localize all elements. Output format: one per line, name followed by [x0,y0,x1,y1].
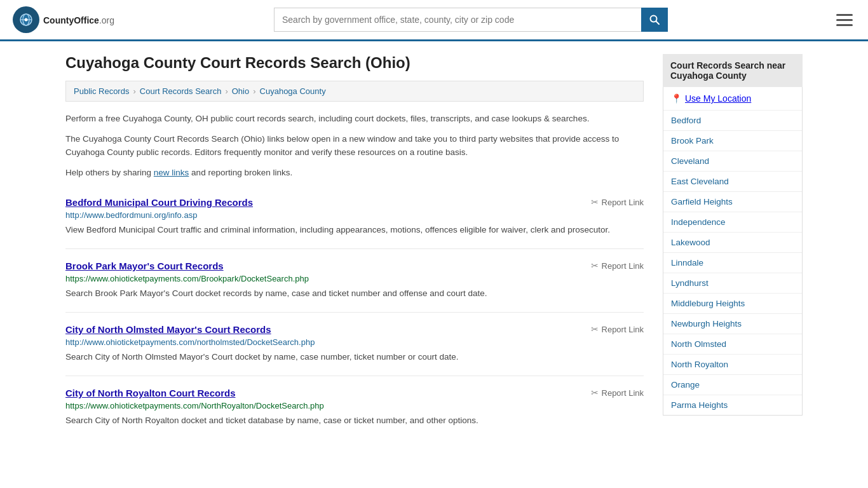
sidebar-header: Court Records Search near Cuyahoga Count… [663,54,803,87]
use-my-location[interactable]: 📍 Use My Location [663,87,802,111]
report-icon: ✂ [591,388,599,398]
sidebar-city-link[interactable]: East Cleveland [671,177,729,186]
report-link[interactable]: ✂ Report Link [591,324,644,334]
result-header: City of North Royalton Court Records ✂ R… [65,388,644,398]
breadcrumb-ohio[interactable]: Ohio [232,86,249,96]
result-url[interactable]: https://www.ohioticketpayments.com/North… [65,401,644,410]
sidebar-city-link[interactable]: Cleveland [671,156,709,166]
sidebar-city-link[interactable]: Orange [671,380,700,390]
report-link-label: Report Link [602,198,644,207]
result-description: Search City of North Royalton docket and… [65,414,644,428]
report-link-label: Report Link [602,388,644,398]
report-icon: ✂ [591,197,599,207]
report-link-label: Report Link [602,261,644,271]
description-1: Perform a free Cuyahoga County, OH publi… [65,112,644,126]
sidebar-link-item: Independence [663,212,802,233]
sidebar: Court Records Search near Cuyahoga Count… [663,54,803,439]
description-2: The Cuyahoga County Court Records Search… [65,132,644,159]
sidebar-city-link[interactable]: Lyndhurst [671,278,709,288]
sidebar-city-link[interactable]: Brook Park [671,136,714,146]
use-location-link[interactable]: Use My Location [685,93,751,104]
sidebar-city-link[interactable]: North Olmsted [671,339,726,349]
new-links-link[interactable]: new links [154,168,189,177]
sidebar-link-item: Middleburg Heights [663,294,802,314]
search-icon [649,15,660,25]
search-area [274,8,668,32]
results-list: Bedford Municipal Court Driving Records … [65,186,644,439]
sidebar-city-link[interactable]: Lakewood [671,238,710,247]
menu-line [836,24,853,26]
result-description: Search Brook Park Mayor's Court docket r… [65,287,644,301]
result-title[interactable]: City of North Olmsted Mayor's Court Reco… [65,324,271,335]
result-header: Brook Park Mayor's Court Records ✂ Repor… [65,261,644,271]
sidebar-link-item: Linndale [663,253,802,273]
svg-point-4 [25,18,28,22]
result-header: City of North Olmsted Mayor's Court Reco… [65,324,644,335]
result-item: City of North Olmsted Mayor's Court Reco… [65,313,644,376]
report-link[interactable]: ✂ Report Link [591,261,644,271]
sidebar-city-link[interactable]: Linndale [671,258,703,268]
breadcrumb: Public Records › Court Records Search › … [65,81,644,102]
breadcrumb-sep: › [133,86,135,96]
result-item: City of North Royalton Court Records ✂ R… [65,376,644,439]
sidebar-link-item: Garfield Heights [663,192,802,212]
result-url[interactable]: https://www.ohioticketpayments.com/Brook… [65,274,644,283]
pin-icon: 📍 [671,93,682,104]
sidebar-city-link[interactable]: Garfield Heights [671,197,733,207]
report-icon: ✂ [591,261,599,271]
result-url[interactable]: http://www.bedfordmuni.org/info.asp [65,210,644,220]
svg-line-6 [656,22,660,25]
sidebar-link-item: Lyndhurst [663,273,802,294]
report-link[interactable]: ✂ Report Link [591,197,644,207]
result-title[interactable]: City of North Royalton Court Records [65,388,236,398]
result-header: Bedford Municipal Court Driving Records … [65,197,644,208]
sidebar-link-item: North Royalton [663,355,802,375]
result-item: Brook Park Mayor's Court Records ✂ Repor… [65,249,644,313]
sidebar-box: 📍 Use My Location BedfordBrook ParkCleve… [663,87,803,416]
menu-line [836,14,853,16]
sidebar-link-item: Cleveland [663,151,802,172]
breadcrumb-sep: › [225,86,227,96]
sidebar-link-item: North Olmsted [663,334,802,355]
sidebar-link-item: Parma Heights [663,395,802,415]
sidebar-link-item: Newburgh Heights [663,314,802,334]
content-area: Cuyahoga County Court Records Search (Oh… [65,54,644,439]
sidebar-city-link[interactable]: Newburgh Heights [671,319,742,329]
result-description: View Bedford Municipal Court traffic and… [65,224,644,237]
menu-button[interactable] [834,11,855,29]
result-item: Bedford Municipal Court Driving Records … [65,186,644,249]
result-url[interactable]: http://www.ohioticketpayments.com/northo… [65,337,644,347]
menu-line [836,19,853,21]
result-title[interactable]: Bedford Municipal Court Driving Records [65,197,253,208]
sidebar-link-item: Orange [663,375,802,395]
report-link-label: Report Link [602,325,644,334]
report-link[interactable]: ✂ Report Link [591,388,644,398]
search-input[interactable] [274,8,641,32]
result-title[interactable]: Brook Park Mayor's Court Records [65,261,224,271]
sidebar-city-link[interactable]: Bedford [671,116,701,125]
breadcrumb-court-records[interactable]: Court Records Search [140,86,222,96]
sidebar-city-link[interactable]: Independence [671,217,726,227]
site-header: CountyOffice.org [0,0,868,41]
sidebar-city-link[interactable]: Middleburg Heights [671,299,745,308]
sidebar-links-list: BedfordBrook ParkClevelandEast Cleveland… [663,111,802,415]
breadcrumb-sep: › [253,86,255,96]
logo-area: CountyOffice.org [13,6,114,33]
sidebar-city-link[interactable]: North Royalton [671,360,728,369]
breadcrumb-public-records[interactable]: Public Records [74,86,129,96]
report-icon: ✂ [591,324,599,334]
sidebar-link-item: Bedford [663,111,802,131]
logo-icon [13,6,39,33]
logo-text: CountyOffice.org [43,13,114,27]
sidebar-link-item: Lakewood [663,233,802,253]
sidebar-link-item: East Cleveland [663,172,802,192]
main-container: Cuyahoga County Court Records Search (Oh… [53,41,815,452]
sidebar-link-item: Brook Park [663,131,802,151]
sidebar-city-link[interactable]: Parma Heights [671,400,728,410]
page-title: Cuyahoga County Court Records Search (Oh… [65,54,644,72]
result-description: Search City of North Olmsted Mayor's Cou… [65,351,644,364]
description-3: Help others by sharing new links and rep… [65,166,644,180]
search-button[interactable] [641,8,668,32]
breadcrumb-cuyahoga[interactable]: Cuyahoga County [260,86,326,96]
